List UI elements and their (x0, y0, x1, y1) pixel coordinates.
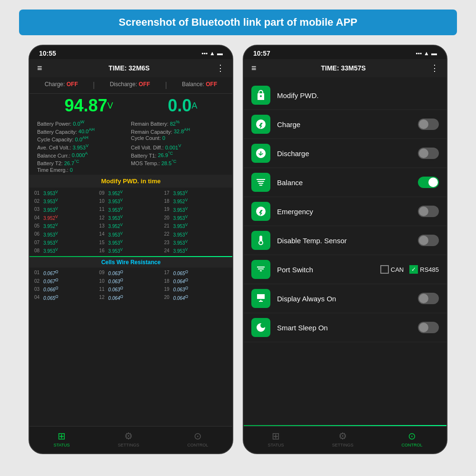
left-nav-status[interactable]: ⊞ STATUS (53, 430, 69, 447)
right-nav-status[interactable]: ⊞ STATUS (268, 430, 284, 447)
r-battery-icon: ▬ (431, 50, 437, 57)
sleep-label: Smart Sleep On (277, 324, 418, 332)
r-status-label: STATUS (268, 443, 284, 447)
display-toggle[interactable] (418, 293, 439, 304)
current-display: 0.0A (168, 96, 197, 116)
left-app-header: ≡ TIME: 32M6S ⋮ (30, 59, 232, 77)
control-emergency[interactable]: Emergency (244, 197, 446, 226)
left-menu-icon[interactable]: ≡ (37, 63, 42, 73)
res-10: 100.063Ω (99, 278, 162, 284)
emergency-icon (255, 206, 267, 217)
can-checkbox[interactable] (380, 265, 389, 274)
control-port-switch[interactable]: Port Switch CAN ✓ RS485 (244, 255, 446, 284)
cell-10: 103.953V (99, 198, 162, 204)
discharge-toggle[interactable] (418, 148, 439, 159)
temp-icon (255, 235, 267, 246)
left-phone-content: Charge: OFF | Discharge: OFF | Balance: … (30, 77, 232, 426)
charge-status: Charge: OFF (45, 81, 78, 89)
right-nav-settings[interactable]: ⚙ SETTINGS (332, 430, 354, 447)
left-nav-control[interactable]: ⊙ CONTROL (187, 430, 208, 447)
temp-toggle[interactable] (418, 235, 439, 246)
cell-23: 233.953V (164, 239, 228, 246)
emergency-toggle[interactable] (418, 206, 439, 217)
r-settings-label: SETTINGS (332, 443, 354, 447)
left-nav-settings[interactable]: ⚙ SETTINGS (118, 430, 139, 447)
sleep-toggle[interactable] (418, 322, 439, 333)
balance-toggle[interactable] (418, 177, 439, 188)
port-icon (255, 264, 267, 275)
stat-cycle-count: Cycle Count: 0 (131, 135, 225, 142)
res-02: 020.067Ω (34, 278, 98, 284)
control-display-always[interactable]: Display Always On (244, 284, 446, 313)
stat-cell-diff: Cell Volt. Diff.: 0.001V (131, 143, 225, 150)
right-status-bar: 10:57 ▪▪▪ ▲ ▬ (244, 46, 446, 59)
right-menu-icon[interactable]: ≡ (251, 63, 257, 73)
wifi-icon: ▲ (209, 50, 215, 57)
display-label: Display Always On (277, 295, 418, 303)
control-balance[interactable]: Balance (244, 168, 446, 197)
left-status-bar: 10:55 ▪▪▪ ▲ ▬ (30, 46, 232, 59)
can-option[interactable]: CAN (380, 265, 404, 274)
right-time: 10:57 (253, 50, 270, 57)
page-title: Screenshot of Bluetooth link part of mob… (29, 16, 447, 29)
res-03: 030.066Ω (34, 286, 98, 292)
stat-ave-cell: Ave. Cell Volt.: 3.953V (37, 143, 131, 150)
cell-14: 143.953V (99, 231, 162, 238)
status-icon: ⊞ (58, 430, 66, 442)
left-more-icon[interactable]: ⋮ (216, 63, 225, 73)
cell-17: 173.953V (164, 189, 228, 196)
page-wrapper: Screenshot of Bluetooth link part of mob… (0, 0, 476, 476)
res-04: 040.065Ω (34, 294, 98, 301)
right-more-icon[interactable]: ⋮ (430, 63, 439, 73)
r-control-icon: ⊙ (408, 430, 416, 442)
control-charge[interactable]: Charge (244, 110, 446, 139)
right-nav-control[interactable]: ⊙ CONTROL (401, 430, 422, 447)
cell-08: 083.953V (34, 247, 98, 254)
cell-07: 073.953V (34, 239, 98, 246)
stat-time-emerg: Time Emerg.: 0 (37, 167, 131, 173)
cell-19: 193.953V (164, 206, 228, 213)
res-20: 200.064Ω (164, 294, 228, 301)
rs485-option[interactable]: ✓ RS485 (409, 265, 439, 274)
balance-status: Balance: OFF (182, 81, 217, 89)
stat-battery-t2: Battery T2: 26.7°C (37, 159, 131, 166)
settings-icon: ⚙ (124, 430, 133, 442)
resistance-section-title: Cells Wire Resistance (30, 257, 232, 268)
balance-icon-bg (251, 173, 270, 192)
cell-04: 043.952V (34, 214, 98, 221)
temp-label: Disable Temp. Sensor (277, 237, 418, 245)
current-unit: A (192, 101, 198, 110)
right-app-title: TIME: 33M57S (321, 64, 366, 72)
left-status-icons: ▪▪▪ ▲ ▬ (201, 50, 223, 57)
cell-24: 243.953V (164, 247, 228, 254)
signal-icon: ▪▪▪ (201, 50, 208, 57)
left-time: 10:55 (39, 50, 56, 57)
cell-05: 053.952V (34, 222, 98, 229)
stat-mos-temp: MOS Temp.: 28.5°C (131, 159, 225, 166)
status-label: STATUS (53, 443, 69, 447)
stat-balance-curr: Balance Curr.: 0.000A (37, 151, 131, 159)
charge-icon (255, 119, 267, 130)
cell-18: 183.952V (164, 198, 228, 204)
sleep-icon-bg (251, 318, 270, 337)
control-list: Modify PWD. Charge (244, 77, 446, 425)
port-options: CAN ✓ RS485 (380, 265, 439, 274)
charge-toggle[interactable] (418, 119, 439, 130)
emergency-icon-bg (251, 202, 270, 221)
control-smart-sleep[interactable]: Smart Sleep On (244, 313, 446, 342)
control-discharge[interactable]: Discharge (244, 139, 446, 168)
display-icon (255, 293, 267, 304)
res-19: 190.063Ω (164, 286, 228, 292)
rs485-checkbox[interactable]: ✓ (409, 265, 418, 274)
discharge-icon (255, 148, 267, 159)
sleep-icon (255, 322, 267, 333)
stat-remain-cap: Remain Capacity: 32.8AH (131, 128, 225, 135)
stat-remain-battery: Remain Battery: 82% (131, 119, 225, 127)
control-temp-sensor[interactable]: Disable Temp. Sensor (244, 226, 446, 255)
display-icon-bg (251, 289, 270, 308)
control-modify-pwd[interactable]: Modify PWD. (244, 81, 446, 110)
res-17: 170.065Ω (164, 269, 228, 276)
res-01: 010.067Ω (34, 269, 98, 276)
resistance-table: 010.067Ω 090.063Ω 170.065Ω 020.067Ω 100.… (30, 268, 232, 303)
stats-grid: Battery Power: 0.0W Remain Battery: 82% … (30, 118, 232, 175)
